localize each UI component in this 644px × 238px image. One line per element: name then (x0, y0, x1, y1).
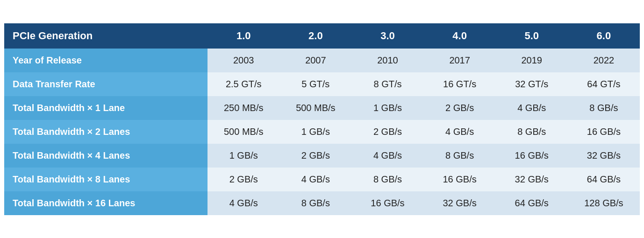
row-label: Year of Release (4, 49, 208, 72)
cell-value: 8 GT/s (351, 72, 423, 96)
cell-value: 8 GB/s (496, 120, 568, 144)
header-gen6: 6.0 (568, 23, 640, 49)
cell-value: 16 GB/s (496, 144, 568, 168)
cell-value: 250 MB/s (208, 96, 279, 120)
table-row: Total Bandwidth × 16 Lanes4 GB/s8 GB/s16… (4, 191, 640, 215)
row-label: Total Bandwidth × 8 Lanes (4, 168, 208, 191)
cell-value: 32 GB/s (568, 144, 640, 168)
header-generation: PCIe Generation (4, 23, 208, 49)
cell-value: 4 GB/s (424, 120, 496, 144)
table-row: Data Transfer Rate2.5 GT/s5 GT/s8 GT/s16… (4, 72, 640, 96)
header-gen5: 5.0 (496, 23, 568, 49)
header-gen3: 3.0 (351, 23, 423, 49)
table-row: Total Bandwidth × 8 Lanes2 GB/s4 GB/s8 G… (4, 168, 640, 191)
cell-value: 16 GB/s (424, 168, 496, 191)
header-row: PCIe Generation 1.0 2.0 3.0 4.0 5.0 6.0 (4, 23, 640, 49)
cell-value: 5 GT/s (279, 72, 351, 96)
cell-value: 2 GB/s (424, 96, 496, 120)
cell-value: 32 GB/s (496, 168, 568, 191)
pcie-table-container: PCIe Generation 1.0 2.0 3.0 4.0 5.0 6.0 … (4, 23, 640, 215)
cell-value: 4 GB/s (351, 144, 423, 168)
table-row: Total Bandwidth × 4 Lanes1 GB/s2 GB/s4 G… (4, 144, 640, 168)
table-row: Total Bandwidth × 1 Lane250 MB/s500 MB/s… (4, 96, 640, 120)
cell-value: 4 GB/s (208, 191, 279, 215)
cell-value: 2 GB/s (208, 168, 279, 191)
cell-value: 16 GB/s (351, 191, 423, 215)
cell-value: 2.5 GT/s (208, 72, 279, 96)
cell-value: 2 GB/s (279, 144, 351, 168)
cell-value: 2017 (424, 49, 496, 72)
cell-value: 128 GB/s (568, 191, 640, 215)
cell-value: 2007 (279, 49, 351, 72)
cell-value: 2022 (568, 49, 640, 72)
header-gen4: 4.0 (424, 23, 496, 49)
cell-value: 8 GB/s (351, 168, 423, 191)
cell-value: 1 GB/s (351, 96, 423, 120)
cell-value: 64 GT/s (568, 72, 640, 96)
cell-value: 64 GB/s (496, 191, 568, 215)
header-gen1: 1.0 (208, 23, 279, 49)
row-label: Total Bandwidth × 1 Lane (4, 96, 208, 120)
row-label: Total Bandwidth × 4 Lanes (4, 144, 208, 168)
cell-value: 2010 (351, 49, 423, 72)
cell-value: 64 GB/s (568, 168, 640, 191)
cell-value: 4 GB/s (279, 168, 351, 191)
cell-value: 2 GB/s (351, 120, 423, 144)
cell-value: 32 GB/s (424, 191, 496, 215)
cell-value: 1 GB/s (208, 144, 279, 168)
table-row: Total Bandwidth × 2 Lanes500 MB/s1 GB/s2… (4, 120, 640, 144)
table-row: Year of Release200320072010201720192022 (4, 49, 640, 72)
cell-value: 1 GB/s (279, 120, 351, 144)
row-label: Total Bandwidth × 16 Lanes (4, 191, 208, 215)
row-label: Total Bandwidth × 2 Lanes (4, 120, 208, 144)
pcie-table: PCIe Generation 1.0 2.0 3.0 4.0 5.0 6.0 … (4, 23, 640, 215)
row-label: Data Transfer Rate (4, 72, 208, 96)
cell-value: 4 GB/s (496, 96, 568, 120)
cell-value: 500 MB/s (208, 120, 279, 144)
header-gen2: 2.0 (279, 23, 351, 49)
cell-value: 8 GB/s (424, 144, 496, 168)
cell-value: 8 GB/s (279, 191, 351, 215)
cell-value: 8 GB/s (568, 96, 640, 120)
cell-value: 2003 (208, 49, 279, 72)
cell-value: 32 GT/s (496, 72, 568, 96)
cell-value: 500 MB/s (279, 96, 351, 120)
cell-value: 16 GB/s (568, 120, 640, 144)
cell-value: 2019 (496, 49, 568, 72)
cell-value: 16 GT/s (424, 72, 496, 96)
